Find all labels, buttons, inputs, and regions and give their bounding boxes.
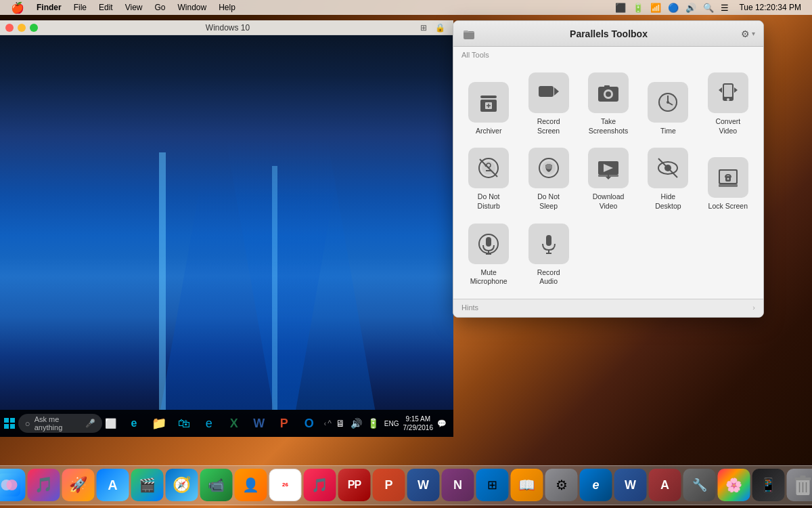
dock-migration-assistant[interactable]: 🔧 [683, 469, 716, 501]
dock-appstore[interactable]: A [97, 469, 129, 501]
dock-music[interactable]: 🎵 [304, 469, 336, 501]
dock-windows[interactable]: ⊞ [476, 469, 509, 501]
tool-archiver[interactable]: Archiver [459, 67, 518, 142]
toolbox-hints-label: Hints [461, 303, 478, 312]
win-word-icon[interactable]: W [247, 411, 271, 436]
tool-record-screen-label: RecordScreen [537, 117, 560, 135]
win-folder-icon[interactable]: 📁 [147, 411, 171, 436]
win-ie-icon[interactable]: e [197, 411, 221, 436]
tool-record-screen[interactable]: RecordScreen [518, 67, 578, 142]
parallels-menubar-icon[interactable]: ⬛ [613, 3, 628, 13]
win-tray-power: 🔋 [366, 418, 380, 429]
menubar-right: ⬛ 🔋 📶 🔵 🔊 🔍 ☰ Tue 12:20:34 PM [613, 1, 812, 14]
win-maximize-button[interactable] [30, 24, 38, 32]
tool-record-audio[interactable]: RecordAudio [518, 218, 578, 293]
dock-word[interactable]: W [407, 469, 440, 501]
tool-do-not-disturb[interactable]: Do NotDisturb [459, 142, 518, 217]
dock-parallels-desktop[interactable]: PP [338, 469, 371, 501]
gear-icon: ⚙ [741, 28, 750, 39]
dock-imovie[interactable]: 🎬 [131, 469, 164, 501]
svg-point-58 [545, 164, 552, 169]
menu-finder[interactable]: Finder [31, 1, 67, 14]
dock-siri[interactable]: 🎵 [28, 469, 60, 501]
dock-ibooks[interactable]: 📖 [511, 469, 543, 501]
dock-iphone-backup[interactable]: 📱 [752, 469, 785, 501]
win-tray-network: 🖥 [334, 418, 346, 429]
win-edge-icon[interactable]: e [122, 411, 146, 436]
win10-window: Windows 10 ⊞ 🔒 [0, 20, 453, 437]
menu-view[interactable]: View [120, 1, 148, 14]
win-excel-icon[interactable]: X [222, 411, 246, 436]
tool-time-label: Time [660, 127, 676, 136]
tool-dnd-icon [468, 148, 509, 188]
win10-window-title: Windows 10 [206, 23, 250, 33]
tool-lock-screen-icon [708, 157, 748, 198]
apple-menu[interactable]: 🍎 [5, 1, 30, 14]
dock-calendar[interactable]: 26 [269, 469, 302, 501]
search-icon[interactable]: 🔍 [701, 3, 716, 13]
win-tray-notification[interactable]: 💬 [436, 419, 448, 428]
tool-mute-microphone[interactable]: MuteMicrophone [459, 218, 518, 293]
win-task-view-button[interactable]: ⬜ [104, 411, 118, 436]
win-store-icon[interactable]: 🛍 [172, 411, 196, 436]
win10-grid-icon[interactable]: ⊞ [418, 22, 430, 33]
dock-word-mac[interactable]: W [614, 469, 647, 501]
dock-launchpad[interactable]: 🚀 [62, 469, 95, 501]
tool-screenshot-label: TakeScreenshots [589, 117, 628, 135]
wifi-icon[interactable]: 📶 [648, 3, 663, 13]
tool-screenshot-icon [588, 72, 629, 113]
win10-lock-icon[interactable]: 🔒 [432, 22, 448, 33]
tool-time[interactable]: Time [638, 67, 698, 142]
bluetooth-icon[interactable]: 🔵 [666, 3, 681, 13]
dock-internet-explorer[interactable]: e [580, 469, 612, 501]
win-taskbar: ○ Ask me anything 🎤 ⬜ e 📁 🛍 e X W P O [0, 410, 453, 437]
win-minimize-button[interactable] [18, 24, 26, 32]
dock-onenote[interactable]: N [442, 469, 474, 501]
menu-file[interactable]: File [68, 1, 92, 14]
win-search-box[interactable]: ○ Ask me anything 🎤 [18, 414, 102, 433]
svg-marker-37 [554, 87, 559, 96]
menu-help[interactable]: Help [213, 1, 241, 14]
dock-access[interactable]: A [649, 469, 681, 501]
tool-lock-screen[interactable]: Lock Screen [698, 142, 758, 217]
tool-download-video[interactable]: DownloadVideo [579, 142, 638, 217]
toolbox-gear-button[interactable]: ⚙ ▾ [741, 28, 755, 39]
tool-mute-mic-icon [468, 224, 509, 264]
tool-nosleep-icon [528, 148, 569, 188]
win-start-button[interactable] [3, 411, 17, 436]
volume-icon[interactable]: 🔊 [683, 3, 698, 13]
tool-convert-video-icon [708, 72, 748, 113]
menu-edit[interactable]: Edit [93, 1, 118, 14]
win-clock: 9:15 AM 7/29/2016 [403, 415, 434, 432]
dock-photos[interactable]: 🌸 [718, 469, 750, 501]
dock-contacts[interactable]: 👤 [235, 469, 267, 501]
battery-icon[interactable]: 🔋 [631, 3, 646, 13]
tool-screenshot[interactable]: TakeScreenshots [579, 67, 638, 142]
svg-rect-28 [4, 424, 9, 429]
menu-window[interactable]: Window [173, 1, 212, 14]
dock-safari[interactable]: 🧭 [166, 469, 198, 501]
notification-icon[interactable]: ☰ [719, 3, 731, 13]
dock-facetime[interactable]: 📹 [200, 469, 233, 501]
dock-finder[interactable] [0, 469, 26, 501]
menu-go[interactable]: Go [150, 1, 171, 14]
menubar-clock[interactable]: Tue 12:20:34 PM [734, 1, 807, 14]
toolbox-hints: Hints › [453, 299, 763, 317]
toolbox-section-label: All Tools [453, 47, 763, 62]
win-ppt-icon[interactable]: P [272, 411, 296, 436]
toolbox-folder-button[interactable] [461, 26, 476, 41]
tool-do-not-sleep[interactable]: Do NotSleep [518, 142, 578, 217]
toolbox-hints-expand-icon[interactable]: › [752, 303, 755, 312]
tool-record-audio-label: RecordAudio [537, 268, 560, 287]
win10-titlebar: Windows 10 ⊞ 🔒 [0, 20, 453, 35]
win-taskbar-apps: e 📁 🛍 e X W P O [122, 411, 321, 436]
win-tray-chevron[interactable]: ^ [328, 419, 332, 428]
dock-system-preferences[interactable]: ⚙ [545, 469, 578, 501]
win-taskbar-scroll-indicator[interactable]: ‹ [324, 420, 326, 427]
win-outlook-icon[interactable]: O [297, 411, 321, 436]
tool-hide-desktop[interactable]: HideDesktop [638, 142, 698, 217]
dock-trash[interactable] [787, 469, 813, 501]
win-close-button[interactable] [5, 24, 14, 32]
dock-powerpoint[interactable]: P [373, 469, 405, 501]
tool-convert-video[interactable]: ConvertVideo [698, 67, 758, 142]
